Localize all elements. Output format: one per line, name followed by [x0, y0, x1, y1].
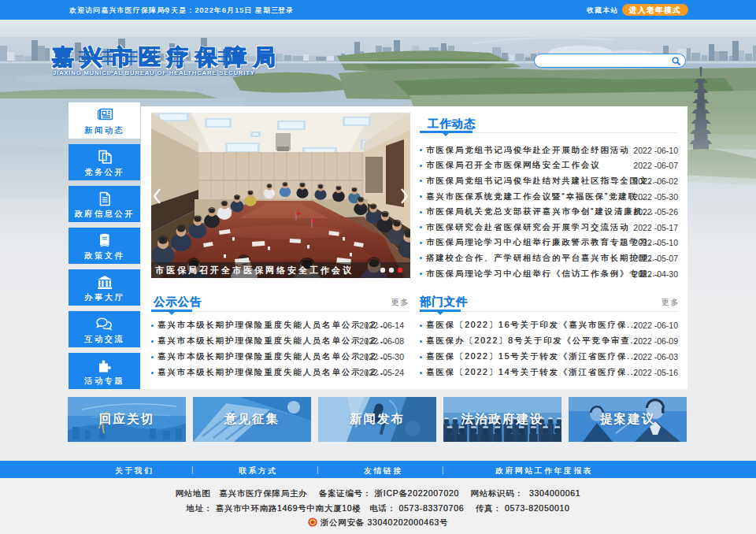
svg-text:市医保局召开全市医保网络安全工作会议: 市医保局召开全市医保网络安全工作会议: [155, 265, 354, 275]
